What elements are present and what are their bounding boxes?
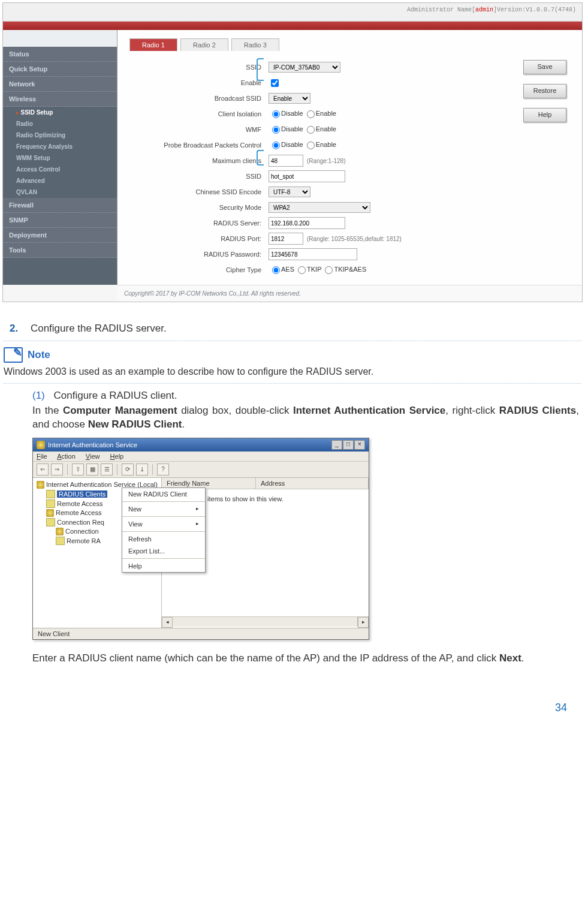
router-screenshot: Administrator Name[admin]Version:V1.0.0.… xyxy=(2,2,583,302)
router-redbar xyxy=(3,22,582,30)
note-heading: Note xyxy=(4,347,581,363)
router-main: Radio 1 Radio 2 Radio 3 SSID IP-COM_375A… xyxy=(117,30,582,285)
sidebar-radio[interactable]: Radio xyxy=(3,118,117,130)
divider-bottom xyxy=(4,383,581,384)
menu-view[interactable]: View xyxy=(86,453,100,460)
radius-port-input[interactable] xyxy=(269,233,303,245)
ias-window-controls: _□× xyxy=(331,440,365,450)
substep-1-text: Configure a RADIUS client. xyxy=(54,390,177,401)
sidebar-quick-setup[interactable]: Quick Setup xyxy=(3,62,117,77)
sidebar-advanced[interactable]: Advanced xyxy=(3,175,117,186)
toolbar-forward-icon[interactable]: ⇒ xyxy=(51,463,63,475)
wmf-disable[interactable] xyxy=(272,126,280,134)
sidebar-access-control[interactable]: Access Control xyxy=(3,164,117,175)
cipher-tkip[interactable] xyxy=(298,266,306,274)
close-icon[interactable]: × xyxy=(354,440,365,450)
cipher-label: Cipher Type xyxy=(129,266,269,273)
step-2-number: 2. xyxy=(10,323,18,334)
toolbar-list-icon[interactable]: ▦ xyxy=(86,463,98,475)
isolation-enable-label: Enable xyxy=(316,110,336,117)
substep-1: (1) Configure a RADIUS client. xyxy=(32,390,579,402)
restore-button[interactable]: Restore xyxy=(523,84,566,98)
col-address[interactable]: Address xyxy=(256,478,369,489)
probe-enable-label: Enable xyxy=(316,141,336,148)
scroll-track[interactable] xyxy=(173,617,358,627)
wmf-enable-label: Enable xyxy=(316,125,336,133)
wmf-enable[interactable] xyxy=(307,126,315,134)
admin-suffix: ]Version:V1.0.0.7(4748) xyxy=(493,7,576,13)
ctx-refresh[interactable]: Refresh xyxy=(122,533,205,545)
sidebar-qvlan[interactable]: QVLAN xyxy=(3,186,117,198)
tab-radio-1[interactable]: Radio 1 xyxy=(129,38,177,51)
maxclients-hint: (Range:1-128) xyxy=(307,158,345,164)
sidebar-ssid-setup[interactable]: SSID Setup xyxy=(3,107,117,118)
service-icon xyxy=(37,481,44,489)
encode-select[interactable]: UTF-8 xyxy=(269,186,310,197)
broadcast-select[interactable]: Enable xyxy=(269,93,310,104)
maxclients-input[interactable] xyxy=(269,155,303,167)
list-scrollbar: ◂ ▸ xyxy=(162,616,369,628)
menu-file[interactable]: File xyxy=(37,453,47,460)
ctx-view[interactable]: View xyxy=(122,518,205,530)
toolbar-help-icon[interactable]: ? xyxy=(157,463,169,475)
ctx-new[interactable]: New xyxy=(122,503,205,515)
save-button[interactable]: Save xyxy=(523,60,566,74)
folder-icon xyxy=(56,537,65,545)
cipher-both-label: TKIP&AES xyxy=(334,266,366,273)
sidebar-status[interactable]: Status xyxy=(3,47,117,62)
toolbar-back-icon[interactable]: ⇐ xyxy=(37,463,49,475)
ssid-dropdown[interactable]: IP-COM_375AB0 xyxy=(269,62,340,73)
sidebar-firewall[interactable]: Firewall xyxy=(3,198,117,213)
toolbar-refresh-icon[interactable]: ⟳ xyxy=(122,463,134,475)
wmf-disable-label: Disable xyxy=(281,125,303,133)
cipher-both[interactable] xyxy=(325,266,333,274)
isolation-label: Client Isolation xyxy=(129,110,269,118)
radius-pass-input[interactable] xyxy=(269,248,357,260)
sidebar-network[interactable]: Network xyxy=(3,77,117,92)
cipher-aes[interactable] xyxy=(272,266,280,274)
toolbar-export-icon[interactable]: ⤓ xyxy=(136,463,148,475)
maximize-icon[interactable]: □ xyxy=(343,440,354,450)
radius-port-label: RADIUS Port: xyxy=(129,235,269,242)
scroll-left-icon[interactable]: ◂ xyxy=(162,617,173,628)
ssid2-input[interactable] xyxy=(269,170,345,182)
isolation-enable[interactable] xyxy=(307,110,315,118)
step-2: 2. Configure the RADIUS server. xyxy=(10,323,575,335)
broadcast-label: Broadcast SSID xyxy=(129,95,269,102)
router-tabs: Radio 1 Radio 2 Radio 3 xyxy=(129,38,570,51)
sidebar-wireless[interactable]: Wireless xyxy=(3,92,117,107)
help-button[interactable]: Help xyxy=(523,108,566,122)
tab-radio-3[interactable]: Radio 3 xyxy=(231,38,279,51)
menu-action[interactable]: Action xyxy=(57,453,76,460)
sidebar-radio-optimizing[interactable]: Radio Optimizing xyxy=(3,130,117,141)
callout-bracket-1 xyxy=(257,58,264,81)
wmf-label: WMF xyxy=(129,126,269,133)
probe-disable[interactable] xyxy=(272,142,280,149)
isolation-disable[interactable] xyxy=(272,110,280,118)
sidebar-wmm-setup[interactable]: WMM Setup xyxy=(3,152,117,164)
toolbar-up-icon[interactable]: ⇧ xyxy=(72,463,84,475)
tab-radio-2[interactable]: Radio 2 xyxy=(180,38,228,51)
toolbar-properties-icon[interactable]: ☰ xyxy=(101,463,113,475)
menu-help[interactable]: Help xyxy=(110,453,124,460)
para-2: Enter a RADIUS client name (which can be… xyxy=(32,652,579,666)
ias-titlebar: Internet Authentication Service _□× xyxy=(33,438,369,452)
policy-icon xyxy=(56,528,64,535)
ias-menubar: File Action View Help xyxy=(33,452,369,462)
security-select[interactable]: WPA2 xyxy=(269,202,370,213)
sidebar-frequency-analysis[interactable]: Frequency Analysis xyxy=(3,141,117,152)
ctx-help[interactable]: Help xyxy=(122,560,205,572)
sidebar-snmp[interactable]: SNMP xyxy=(3,213,117,228)
scroll-right-icon[interactable]: ▸ xyxy=(358,617,369,628)
admin-prefix: Administrator Name[ xyxy=(407,7,475,13)
ctx-export-list[interactable]: Export List... xyxy=(122,545,205,557)
probe-enable[interactable] xyxy=(307,142,315,149)
ias-window: Internet Authentication Service _□× File… xyxy=(32,438,369,640)
ias-toolbar: ⇐ ⇒ ⇧ ▦ ☰ ⟳ ⤓ ? xyxy=(33,462,369,478)
sidebar-deployment[interactable]: Deployment xyxy=(3,228,117,243)
ctx-new-radius-client[interactable]: New RADIUS Client xyxy=(122,488,205,500)
radius-server-input[interactable] xyxy=(269,217,345,229)
sidebar-tools[interactable]: Tools xyxy=(3,243,117,258)
minimize-icon[interactable]: _ xyxy=(331,440,342,450)
enable-checkbox[interactable] xyxy=(271,79,279,87)
